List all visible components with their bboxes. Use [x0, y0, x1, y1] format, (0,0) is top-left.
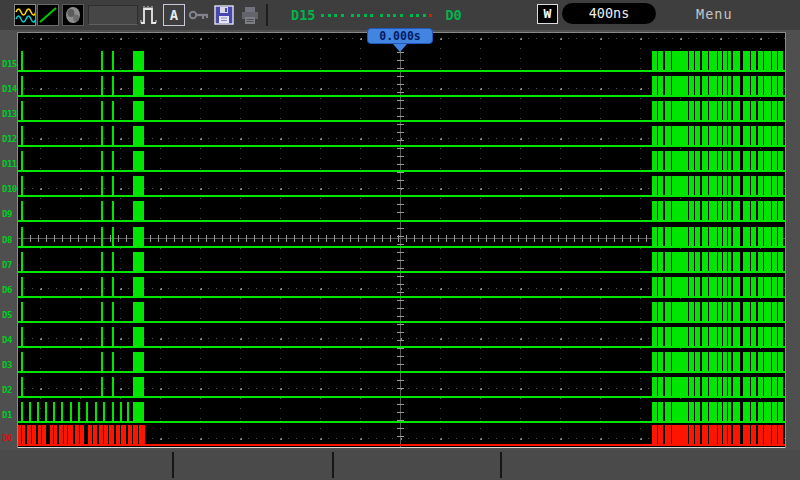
status-bar: CH1 0.00V 0.00000Hz 17-Aug-13 18:26 — [0, 450, 800, 480]
print-icon-glyph — [239, 4, 261, 26]
save-icon[interactable] — [213, 4, 235, 26]
svg-text:D2: D2 — [2, 385, 12, 395]
waveform-area: D15D14D13D12D11D10D9D8D7D6D5D4D3D2D1D0 — [0, 30, 800, 450]
trigger-position-marker[interactable]: 0.000s — [367, 28, 433, 44]
svg-text:D11: D11 — [2, 159, 17, 169]
print-screen-icon[interactable] — [62, 4, 84, 26]
svg-text:D1: D1 — [2, 410, 12, 420]
auto-icon-letter: A — [170, 7, 178, 23]
trace-icon-glyph — [38, 5, 58, 25]
svg-text:D12: D12 — [2, 134, 17, 144]
window-mode-badge: W — [537, 4, 558, 24]
svg-text:D15: D15 — [2, 59, 17, 69]
bus-left-label: D15 — [291, 7, 315, 23]
svg-text:D14: D14 — [2, 84, 18, 94]
svg-text:D0: D0 — [2, 433, 12, 443]
svg-text:D3: D3 — [2, 360, 12, 370]
oscilloscope-ui: A — [0, 0, 800, 480]
svg-text:D8: D8 — [2, 235, 12, 245]
svg-text:D5: D5 — [2, 310, 12, 320]
pulse-icon-glyph — [139, 4, 161, 26]
key-lock-icon[interactable] — [188, 4, 210, 26]
toolbar: A — [0, 0, 800, 30]
bus-activity-dots — [321, 14, 439, 17]
menu-button[interactable]: Menu — [696, 6, 733, 22]
print-screen-icon-glyph — [63, 5, 83, 25]
digital-bus-indicator: D15 D0 — [291, 6, 462, 24]
waveform-display: D15D14D13D12D11D10D9D8D7D6D5D4D3D2D1D0 — [0, 30, 800, 450]
channels-icon[interactable] — [14, 4, 36, 26]
bus-right-label: D0 — [445, 7, 461, 23]
svg-text:D4: D4 — [2, 335, 13, 345]
timebase-readout[interactable]: 400ns — [562, 3, 656, 24]
svg-text:D10: D10 — [2, 184, 17, 194]
channels-icon-glyph — [15, 5, 35, 25]
trace-icon[interactable] — [37, 4, 59, 26]
toolbar-divider — [266, 4, 268, 26]
trigger-marker-pointer — [393, 44, 407, 52]
pulse-icon[interactable] — [139, 4, 161, 26]
svg-text:D13: D13 — [2, 109, 17, 119]
statusbar-divider — [500, 452, 502, 478]
trigger-time-label: 0.000s — [379, 29, 421, 43]
auto-icon[interactable]: A — [163, 4, 185, 26]
save-icon-glyph — [213, 4, 235, 26]
svg-text:D7: D7 — [2, 260, 12, 270]
svg-text:D6: D6 — [2, 285, 12, 295]
svg-text:D9: D9 — [2, 209, 12, 219]
statusbar-divider — [332, 452, 334, 478]
print-icon[interactable] — [239, 4, 261, 26]
statusbar-divider — [172, 452, 174, 478]
toolbar-slot — [88, 5, 138, 25]
key-lock-icon-glyph — [188, 4, 210, 26]
